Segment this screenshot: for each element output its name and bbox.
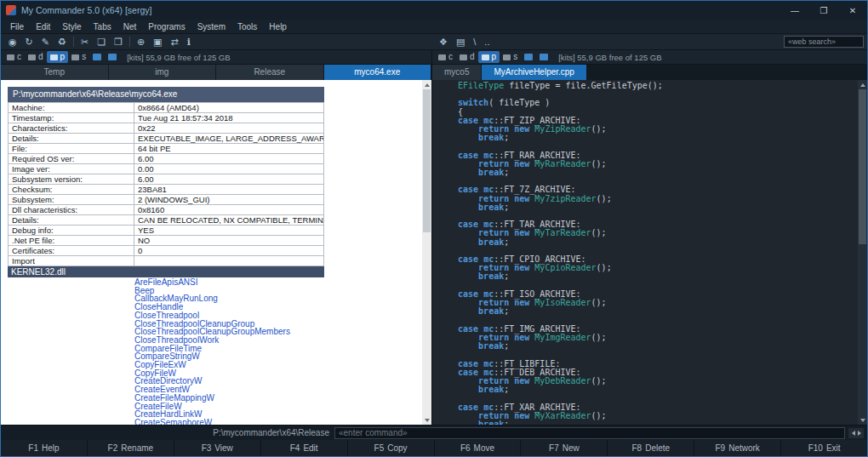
- fn-f5-button[interactable]: F5Copy: [347, 440, 434, 456]
- horizontal-scrollbar[interactable]: [848, 428, 864, 438]
- fn-key-label: F8: [632, 443, 642, 453]
- pe-info-row: Characteristics:0x22: [9, 123, 324, 134]
- scroll-up-icon[interactable]: [422, 80, 431, 89]
- fn-f6-button[interactable]: F6Move: [434, 440, 521, 456]
- toolbar: ◉↻✎♻✂❏❐⊕▣⇄ℹ ❖▤\..: [1, 34, 867, 50]
- pe-info-value: 0x22: [134, 123, 324, 134]
- fn-action-label: Delete: [645, 443, 670, 453]
- copy-icon[interactable]: ❏: [93, 34, 110, 49]
- drive-button-p[interactable]: p: [47, 51, 69, 63]
- info-icon[interactable]: ℹ: [183, 34, 195, 49]
- code-editor[interactable]: EFileType fileType = file.GetFileType();…: [432, 80, 867, 425]
- root-folder-icon[interactable]: \: [469, 34, 480, 49]
- network-icon[interactable]: ⊕: [133, 34, 149, 49]
- fn-f10-button[interactable]: F10Exit: [780, 440, 867, 456]
- folder-new-icon[interactable]: ❖: [435, 34, 452, 49]
- code-line: return new MyDebReader();: [458, 377, 855, 386]
- menu-item-tabs[interactable]: Tabs: [88, 22, 117, 31]
- menu-item-system[interactable]: System: [191, 22, 231, 31]
- tab-myco64-exe[interactable]: myco64.exe: [324, 65, 432, 80]
- pe-info-label: .Net PE file:: [9, 236, 134, 246]
- code-line: return new MyIsoReader();: [458, 299, 855, 307]
- fn-f3-button[interactable]: F3View: [174, 440, 260, 456]
- drive-icon: [71, 54, 79, 60]
- fn-key-label: F4: [290, 443, 300, 453]
- pe-viewer: P:\mycommander\x64\Release\myco64.exe Ma…: [1, 80, 431, 425]
- tab-img[interactable]: img: [109, 65, 217, 80]
- pe-info-row: File:64 bit PE: [9, 144, 324, 154]
- menu-item-help[interactable]: Help: [263, 22, 293, 31]
- cut-icon[interactable]: ✂: [77, 34, 93, 49]
- edit-icon[interactable]: ✎: [37, 34, 54, 49]
- scrollbar-track[interactable]: [858, 244, 867, 415]
- shortcut-button[interactable]: [521, 53, 536, 61]
- menu-item-file[interactable]: File: [4, 22, 30, 31]
- screen-icon[interactable]: ▣: [149, 34, 166, 49]
- scroll-left-icon[interactable]: [852, 431, 855, 436]
- import-function-link[interactable]: CopyFileExW: [134, 361, 431, 369]
- scroll-right-icon[interactable]: [858, 431, 861, 436]
- tab-release[interactable]: Release: [216, 65, 324, 80]
- menu-item-net[interactable]: Net: [117, 22, 143, 31]
- fn-f1-button[interactable]: F1Help: [1, 440, 87, 456]
- web-search-input[interactable]: [784, 36, 864, 48]
- parent-folder-icon[interactable]: ..: [480, 34, 494, 49]
- compare-icon[interactable]: ⇄: [167, 34, 183, 49]
- fn-key-label: F2: [108, 443, 118, 453]
- pe-info-value: YES: [134, 226, 324, 236]
- tab-myco5[interactable]: myco5: [432, 65, 482, 80]
- tab-myarchivehelper-cpp[interactable]: MyArchiveHelper.cpp: [482, 65, 586, 80]
- scroll-down-icon[interactable]: [422, 415, 431, 425]
- drive-button-s[interactable]: s: [68, 51, 89, 63]
- tab-temp[interactable]: Temp: [1, 65, 109, 80]
- scrollbar-track[interactable]: [422, 232, 431, 415]
- scrollbar-thumb[interactable]: [423, 89, 431, 232]
- menu-item-edit[interactable]: Edit: [30, 22, 56, 31]
- minimize-button[interactable]: —: [780, 1, 809, 20]
- scrollbar-thumb[interactable]: [859, 89, 866, 244]
- code-line: break;: [458, 272, 855, 281]
- folder-shortcut-icon: [524, 54, 533, 60]
- pe-info-value: 6.00: [134, 154, 324, 164]
- fn-f7-button[interactable]: F7New: [520, 440, 607, 456]
- fn-f9-button[interactable]: F9Network: [694, 440, 780, 456]
- drive-button-c[interactable]: c: [435, 51, 456, 63]
- fn-action-label: Exit: [826, 443, 841, 453]
- close-button[interactable]: ✕: [838, 1, 867, 20]
- menu-item-tools[interactable]: Tools: [231, 22, 263, 31]
- drive-button-s[interactable]: s: [500, 51, 521, 63]
- maximize-button[interactable]: ❐: [809, 1, 838, 20]
- right-pane-scrollbar[interactable]: [858, 80, 867, 425]
- menu-item-style[interactable]: Style: [56, 22, 87, 31]
- paste-icon[interactable]: ❐: [110, 34, 127, 49]
- shortcut-button[interactable]: [89, 53, 105, 61]
- drive-icon: [482, 54, 489, 60]
- pe-info-value: EXECUTABLE_IMAGE, LARGE_ADDRESS_AWARE,: [134, 134, 324, 144]
- command-input[interactable]: [334, 427, 845, 439]
- delete-icon[interactable]: ♻: [54, 34, 71, 49]
- scroll-up-icon[interactable]: [858, 80, 867, 89]
- pe-info-value: 0x8664 (AMD64): [134, 103, 324, 113]
- refresh-icon[interactable]: ↻: [21, 34, 37, 49]
- folder-icon[interactable]: ▤: [452, 34, 469, 49]
- left-pane-scrollbar[interactable]: [422, 80, 431, 425]
- import-function-link[interactable]: CreateSemaphoreW: [134, 419, 431, 425]
- shortcut-button[interactable]: [105, 53, 120, 61]
- shortcut-button[interactable]: [536, 53, 551, 61]
- selected-dll-row[interactable]: KERNEL32.dll: [8, 266, 324, 277]
- fn-f8-button[interactable]: F8Delete: [607, 440, 694, 456]
- drive-button-d[interactable]: d: [25, 51, 47, 63]
- import-function-link[interactable]: AreFileApisANSI: [134, 278, 431, 287]
- pe-info-row: Subsystem version:6.00: [9, 174, 324, 185]
- pe-info-value: 0: [134, 246, 324, 256]
- view-icon[interactable]: ◉: [4, 34, 21, 49]
- drive-button-p[interactable]: p: [478, 51, 500, 63]
- drive-button-c[interactable]: c: [3, 51, 25, 63]
- menu-item-programs[interactable]: Programs: [142, 22, 191, 31]
- toolbar-separator: [73, 37, 74, 47]
- fn-f4-button[interactable]: F4Edit: [260, 440, 347, 456]
- pe-info-row: Image ver:0.00: [9, 164, 324, 174]
- scroll-down-icon[interactable]: [858, 415, 867, 425]
- fn-f2-button[interactable]: F2Rename: [87, 440, 174, 456]
- drive-button-d[interactable]: d: [456, 51, 478, 63]
